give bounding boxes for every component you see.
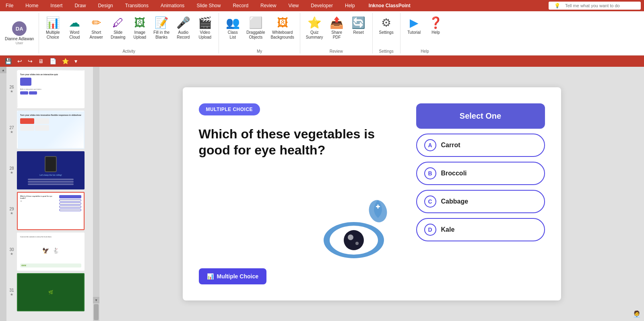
tutorial-label: Tutorial [407,30,421,35]
slide-star-27: ★ [10,130,13,134]
ribbon-reset[interactable]: 🔄 Reset [348,14,369,47]
slide-panel: 26 ★ Turn your slides into an interactiv… [6,67,93,321]
present-button[interactable]: 🖥 [37,57,45,65]
ribbon: DA Dianne Adlawan User 📊 MultipleChoice … [0,11,644,56]
editor-area: MULTIPLE CHOICE Which of these vegetable… [99,67,644,321]
multiple-choice-icon: 📊 [46,16,60,29]
menu-home[interactable]: Home [23,2,41,9]
audio-record-icon: 🎤 [176,16,190,29]
slide-thumb-28[interactable]: Let's keep the fun rolling! [17,151,85,189]
eye-illustration [316,196,396,260]
answer-text-b: Broccoli [441,170,467,177]
slide-thumb-27[interactable]: Turn your slides into innovative flexibl… [17,111,85,149]
ribbon-video-upload[interactable]: 🎬 VideoUpload [194,14,215,47]
user-role: User [16,41,23,45]
slide-item-28[interactable]: 28 ★ Let's keep the fun rolling! [9,151,91,189]
menu-review[interactable]: Review [258,2,279,9]
slide-item-30[interactable]: 30 ★ Connect the animals to show the foo… [9,233,91,271]
whiteboard-backgrounds-label: WhiteboardBackgrounds [270,30,294,40]
quick-access-bar: 💾 ↩ ↪ 🖥 📄 ⭐ ▾ [0,56,644,67]
select-one-header: Select One [416,103,545,129]
ribbon-fill-blanks[interactable]: 📝 Fill in theBlanks [151,14,172,47]
ribbon-audio-record[interactable]: 🎤 AudioRecord [173,14,194,47]
slide-thumb-29[interactable]: Which of these vegetables is good for ey… [17,192,85,230]
menu-view[interactable]: View [286,2,301,9]
image-upload-icon: 🖼 [134,16,145,29]
slide-star-28: ★ [10,171,13,175]
slide-thumb-26[interactable]: Turn your slides into an interactive qui… [17,70,85,108]
scroll-thumb[interactable] [94,304,99,320]
search-input[interactable] [565,3,638,8]
mc-button[interactable]: 📊 Multiple Choice [199,268,266,284]
menu-insert[interactable]: Insert [48,2,65,9]
draggable-objects-label: DraggableObjects [246,30,265,40]
menu-inknoe-classpoint[interactable]: Inknoe ClassPoint [365,1,415,10]
ribbon-short-answer[interactable]: ✏ ShortAnswer [86,14,107,47]
ribbon-share-pdf[interactable]: 📤 SharePDF [326,14,347,47]
doc-button[interactable]: 📄 [48,57,58,65]
slide-item-27[interactable]: 27 ★ Turn your slides into innovative fl… [9,111,91,149]
audio-record-label: AudioRecord [177,30,190,40]
redo-button[interactable]: ↪ [26,57,34,65]
menu-animations[interactable]: Animations [158,2,187,9]
slide-star-29: ★ [10,211,13,215]
slide-item-26[interactable]: 26 ★ Turn your slides into an interactiv… [9,70,91,108]
word-cloud-icon: ☁ [69,16,80,29]
menu-help[interactable]: Help [343,2,357,9]
help-icon: ❓ [429,16,443,29]
ribbon-image-upload[interactable]: 🖼 ImageUpload [129,14,150,47]
menu-transitions[interactable]: Transitions [123,2,151,9]
answer-option-a[interactable]: A Carrot [416,134,545,157]
video-upload-icon: 🎬 [198,16,212,29]
dropdown-arrow[interactable]: ▾ [73,57,79,65]
search-bar[interactable]: 💡 [549,2,641,10]
activity-section-label: Activity [42,48,215,54]
settings-section-label: Settings [376,48,397,54]
slide-thumb-30[interactable]: Connect the animals to show the food cha… [17,233,85,271]
slide-num-29: 29 ★ [9,207,14,215]
scroll-down[interactable]: ▼ [93,297,99,303]
menu-record[interactable]: Record [230,2,251,9]
scroll-up[interactable]: ▲ [0,67,6,73]
menu-design[interactable]: Design [95,2,115,9]
ribbon-multiple-choice[interactable]: 📊 MultipleChoice [42,14,63,47]
ribbon-settings[interactable]: ⚙ Settings [376,14,397,47]
user-name: Dianne Adlawan [5,37,34,41]
menu-draw[interactable]: Draw [72,2,88,9]
slide-item-29[interactable]: 29 ★ Which of these vegetables is good f… [9,192,91,230]
slide-drawing-icon: 🖊 [112,16,124,29]
answer-option-b[interactable]: B Broccoli [416,162,545,185]
whiteboard-backgrounds-icon: 🖼 [277,16,288,29]
star-button[interactable]: ⭐ [60,57,70,65]
answer-letter-c: C [424,195,436,208]
ribbon-slide-drawing[interactable]: 🖊 SlideDrawing [107,14,128,47]
ribbon-help[interactable]: ❓ Help [425,14,446,47]
ribbon-word-cloud[interactable]: ☁ WordCloud [64,14,85,47]
menu-bar: File Home Insert Draw Design Transitions… [0,0,644,11]
review-section-label: Review [303,48,369,54]
ribbon-quiz-summary[interactable]: ⭐ QuizSummary [303,14,326,47]
slide-num-30: 30 ★ [9,247,14,256]
ribbon-class-list[interactable]: 👥 ClassList [222,14,243,47]
menu-slideshow[interactable]: Slide Show [194,2,223,9]
svg-rect-2 [377,205,378,209]
menu-file[interactable]: File [3,2,16,9]
slide-item-31[interactable]: 31 ★ 🌿 [9,273,91,311]
ribbon-tutorial[interactable]: ▶ Tutorial [404,14,425,47]
answer-option-d[interactable]: D Kale [416,218,545,241]
quiz-summary-label: QuizSummary [306,30,323,40]
ribbon-draggable-objects[interactable]: ⬜ DraggableObjects [244,14,267,47]
save-button[interactable]: 💾 [3,57,13,65]
slide-right: Select One A Carrot B Broccoli C Cabbage… [416,103,545,284]
ribbon-whiteboard-backgrounds[interactable]: 🖼 WhiteboardBackgrounds [268,14,296,47]
slide-drawing-label: SlideDrawing [111,30,126,40]
answer-text-d: Kale [441,226,455,233]
undo-button[interactable]: ↩ [16,57,24,65]
menu-developer[interactable]: Developer [308,2,335,9]
slide-thumb-31[interactable]: 🌿 [17,273,85,311]
draggable-objects-icon: ⬜ [249,16,263,29]
svg-point-6 [348,235,353,240]
ribbon-help-section: ▶ Tutorial ❓ Help Help [400,13,450,54]
slide-star-30: ★ [10,252,13,256]
answer-option-c[interactable]: C Cabbage [416,190,545,213]
